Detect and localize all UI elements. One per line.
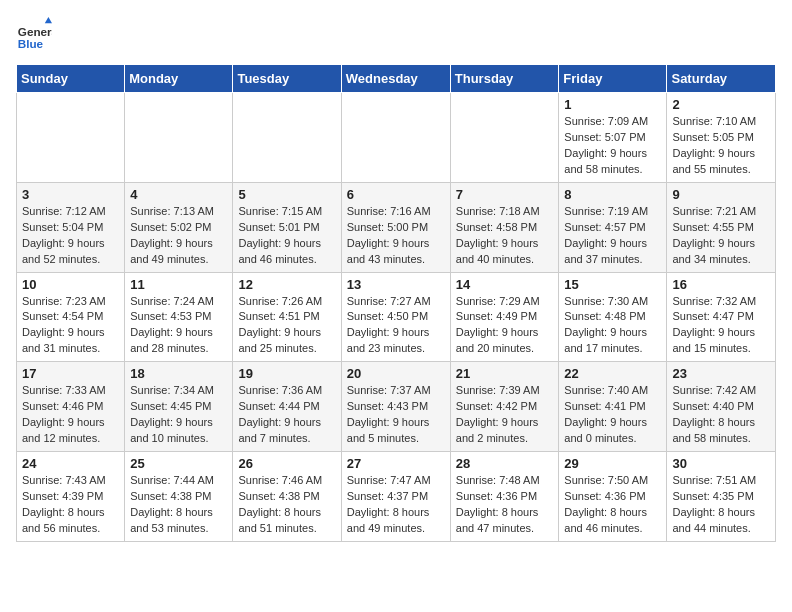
day-number: 17 — [22, 366, 119, 381]
calendar-cell: 11Sunrise: 7:24 AMSunset: 4:53 PMDayligh… — [125, 272, 233, 362]
calendar-cell: 5Sunrise: 7:15 AMSunset: 5:01 PMDaylight… — [233, 182, 341, 272]
day-info: Sunrise: 7:15 AMSunset: 5:01 PMDaylight:… — [238, 204, 335, 268]
day-info: Sunrise: 7:30 AMSunset: 4:48 PMDaylight:… — [564, 294, 661, 358]
day-number: 25 — [130, 456, 227, 471]
day-number: 11 — [130, 277, 227, 292]
calendar-cell: 6Sunrise: 7:16 AMSunset: 5:00 PMDaylight… — [341, 182, 450, 272]
calendar-cell: 3Sunrise: 7:12 AMSunset: 5:04 PMDaylight… — [17, 182, 125, 272]
calendar-cell — [125, 93, 233, 183]
calendar-cell: 10Sunrise: 7:23 AMSunset: 4:54 PMDayligh… — [17, 272, 125, 362]
day-number: 18 — [130, 366, 227, 381]
calendar-cell: 8Sunrise: 7:19 AMSunset: 4:57 PMDaylight… — [559, 182, 667, 272]
svg-marker-2 — [45, 17, 52, 23]
calendar-cell: 28Sunrise: 7:48 AMSunset: 4:36 PMDayligh… — [450, 452, 559, 542]
calendar-cell — [341, 93, 450, 183]
calendar-table: SundayMondayTuesdayWednesdayThursdayFrid… — [16, 64, 776, 542]
day-info: Sunrise: 7:27 AMSunset: 4:50 PMDaylight:… — [347, 294, 445, 358]
day-info: Sunrise: 7:40 AMSunset: 4:41 PMDaylight:… — [564, 383, 661, 447]
day-number: 21 — [456, 366, 554, 381]
calendar-header-thursday: Thursday — [450, 65, 559, 93]
calendar-week-1: 1Sunrise: 7:09 AMSunset: 5:07 PMDaylight… — [17, 93, 776, 183]
calendar-cell: 29Sunrise: 7:50 AMSunset: 4:36 PMDayligh… — [559, 452, 667, 542]
day-info: Sunrise: 7:46 AMSunset: 4:38 PMDaylight:… — [238, 473, 335, 537]
day-info: Sunrise: 7:29 AMSunset: 4:49 PMDaylight:… — [456, 294, 554, 358]
day-number: 1 — [564, 97, 661, 112]
calendar-cell: 24Sunrise: 7:43 AMSunset: 4:39 PMDayligh… — [17, 452, 125, 542]
calendar-cell: 27Sunrise: 7:47 AMSunset: 4:37 PMDayligh… — [341, 452, 450, 542]
calendar-cell: 18Sunrise: 7:34 AMSunset: 4:45 PMDayligh… — [125, 362, 233, 452]
day-number: 24 — [22, 456, 119, 471]
calendar-header-tuesday: Tuesday — [233, 65, 341, 93]
day-number: 15 — [564, 277, 661, 292]
day-info: Sunrise: 7:50 AMSunset: 4:36 PMDaylight:… — [564, 473, 661, 537]
day-info: Sunrise: 7:24 AMSunset: 4:53 PMDaylight:… — [130, 294, 227, 358]
calendar-cell: 22Sunrise: 7:40 AMSunset: 4:41 PMDayligh… — [559, 362, 667, 452]
day-info: Sunrise: 7:13 AMSunset: 5:02 PMDaylight:… — [130, 204, 227, 268]
day-number: 30 — [672, 456, 770, 471]
day-info: Sunrise: 7:16 AMSunset: 5:00 PMDaylight:… — [347, 204, 445, 268]
day-info: Sunrise: 7:33 AMSunset: 4:46 PMDaylight:… — [22, 383, 119, 447]
calendar-cell — [17, 93, 125, 183]
calendar-cell: 20Sunrise: 7:37 AMSunset: 4:43 PMDayligh… — [341, 362, 450, 452]
calendar-week-3: 10Sunrise: 7:23 AMSunset: 4:54 PMDayligh… — [17, 272, 776, 362]
calendar-header-sunday: Sunday — [17, 65, 125, 93]
day-info: Sunrise: 7:51 AMSunset: 4:35 PMDaylight:… — [672, 473, 770, 537]
day-number: 9 — [672, 187, 770, 202]
calendar-cell: 21Sunrise: 7:39 AMSunset: 4:42 PMDayligh… — [450, 362, 559, 452]
calendar-cell: 19Sunrise: 7:36 AMSunset: 4:44 PMDayligh… — [233, 362, 341, 452]
day-info: Sunrise: 7:09 AMSunset: 5:07 PMDaylight:… — [564, 114, 661, 178]
day-info: Sunrise: 7:48 AMSunset: 4:36 PMDaylight:… — [456, 473, 554, 537]
calendar-cell: 1Sunrise: 7:09 AMSunset: 5:07 PMDaylight… — [559, 93, 667, 183]
calendar-header-monday: Monday — [125, 65, 233, 93]
day-number: 23 — [672, 366, 770, 381]
calendar-cell: 16Sunrise: 7:32 AMSunset: 4:47 PMDayligh… — [667, 272, 776, 362]
calendar-header-row: SundayMondayTuesdayWednesdayThursdayFrid… — [17, 65, 776, 93]
calendar-cell: 25Sunrise: 7:44 AMSunset: 4:38 PMDayligh… — [125, 452, 233, 542]
day-info: Sunrise: 7:47 AMSunset: 4:37 PMDaylight:… — [347, 473, 445, 537]
day-info: Sunrise: 7:19 AMSunset: 4:57 PMDaylight:… — [564, 204, 661, 268]
day-info: Sunrise: 7:42 AMSunset: 4:40 PMDaylight:… — [672, 383, 770, 447]
calendar-cell: 23Sunrise: 7:42 AMSunset: 4:40 PMDayligh… — [667, 362, 776, 452]
calendar-cell: 7Sunrise: 7:18 AMSunset: 4:58 PMDaylight… — [450, 182, 559, 272]
day-info: Sunrise: 7:23 AMSunset: 4:54 PMDaylight:… — [22, 294, 119, 358]
day-info: Sunrise: 7:26 AMSunset: 4:51 PMDaylight:… — [238, 294, 335, 358]
calendar-header-saturday: Saturday — [667, 65, 776, 93]
day-info: Sunrise: 7:12 AMSunset: 5:04 PMDaylight:… — [22, 204, 119, 268]
day-info: Sunrise: 7:10 AMSunset: 5:05 PMDaylight:… — [672, 114, 770, 178]
day-number: 29 — [564, 456, 661, 471]
calendar-cell — [450, 93, 559, 183]
calendar-cell: 2Sunrise: 7:10 AMSunset: 5:05 PMDaylight… — [667, 93, 776, 183]
calendar-body: 1Sunrise: 7:09 AMSunset: 5:07 PMDaylight… — [17, 93, 776, 542]
day-number: 13 — [347, 277, 445, 292]
day-number: 2 — [672, 97, 770, 112]
day-number: 20 — [347, 366, 445, 381]
day-info: Sunrise: 7:39 AMSunset: 4:42 PMDaylight:… — [456, 383, 554, 447]
day-number: 19 — [238, 366, 335, 381]
svg-text:Blue: Blue — [18, 37, 44, 50]
calendar-cell — [233, 93, 341, 183]
day-number: 8 — [564, 187, 661, 202]
day-number: 7 — [456, 187, 554, 202]
logo-icon: General Blue — [16, 16, 52, 52]
day-number: 14 — [456, 277, 554, 292]
calendar-cell: 17Sunrise: 7:33 AMSunset: 4:46 PMDayligh… — [17, 362, 125, 452]
day-info: Sunrise: 7:18 AMSunset: 4:58 PMDaylight:… — [456, 204, 554, 268]
day-info: Sunrise: 7:44 AMSunset: 4:38 PMDaylight:… — [130, 473, 227, 537]
day-number: 16 — [672, 277, 770, 292]
day-number: 27 — [347, 456, 445, 471]
day-number: 28 — [456, 456, 554, 471]
calendar-week-4: 17Sunrise: 7:33 AMSunset: 4:46 PMDayligh… — [17, 362, 776, 452]
calendar-cell: 14Sunrise: 7:29 AMSunset: 4:49 PMDayligh… — [450, 272, 559, 362]
logo: General Blue — [16, 16, 52, 52]
calendar-cell: 9Sunrise: 7:21 AMSunset: 4:55 PMDaylight… — [667, 182, 776, 272]
day-info: Sunrise: 7:43 AMSunset: 4:39 PMDaylight:… — [22, 473, 119, 537]
calendar-cell: 4Sunrise: 7:13 AMSunset: 5:02 PMDaylight… — [125, 182, 233, 272]
calendar-week-2: 3Sunrise: 7:12 AMSunset: 5:04 PMDaylight… — [17, 182, 776, 272]
day-number: 6 — [347, 187, 445, 202]
day-number: 4 — [130, 187, 227, 202]
calendar-cell: 26Sunrise: 7:46 AMSunset: 4:38 PMDayligh… — [233, 452, 341, 542]
day-number: 3 — [22, 187, 119, 202]
calendar-week-5: 24Sunrise: 7:43 AMSunset: 4:39 PMDayligh… — [17, 452, 776, 542]
day-info: Sunrise: 7:34 AMSunset: 4:45 PMDaylight:… — [130, 383, 227, 447]
day-number: 10 — [22, 277, 119, 292]
